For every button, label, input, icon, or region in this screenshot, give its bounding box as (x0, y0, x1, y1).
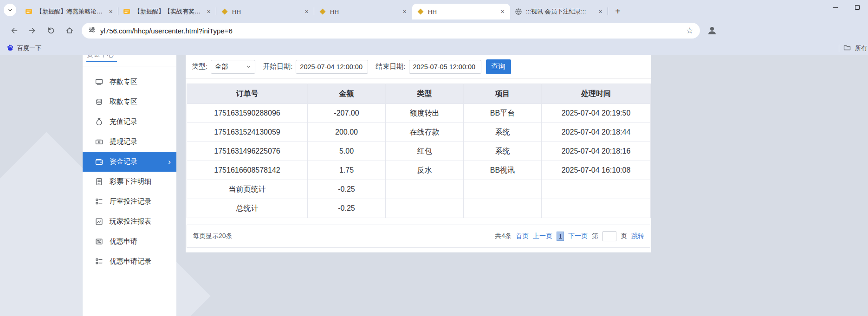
tab-close-icon[interactable]: × (596, 8, 604, 16)
sidebar-item-promo-apply-records[interactable]: 优惠申请记录 (83, 252, 176, 271)
type-label: 类型: (192, 62, 207, 71)
browser-tab[interactable]: 【新提醒】海燕策略论坛... × (20, 4, 118, 19)
per-page-label: 每页显示20条 (193, 232, 233, 240)
profile-icon (706, 25, 718, 36)
jump-prefix-label: 第 (592, 232, 598, 240)
browser-tab[interactable]: 【新提醒】【实战有奖】... × (118, 4, 216, 19)
new-tab-button[interactable]: + (611, 4, 625, 18)
tab-title: HH (232, 8, 299, 15)
back-button[interactable] (6, 23, 22, 39)
all-bookmarks-label[interactable]: 所有 (855, 44, 867, 52)
home-button[interactable] (62, 23, 78, 39)
tab-search-button[interactable] (4, 4, 16, 16)
current-page-indicator[interactable]: 1 (557, 232, 564, 241)
cell-empty (386, 180, 464, 199)
end-date-input[interactable] (409, 60, 481, 74)
bookmarks-overflow: 所有 (839, 42, 867, 55)
cell-item: 系统 (464, 142, 542, 161)
jump-link[interactable]: 跳转 (631, 232, 644, 240)
jump-suffix-label: 页 (621, 232, 627, 240)
tab-title: 【新提醒】海燕策略论坛... (36, 7, 103, 16)
browser-toolbar: yl756.com/hhcp/usercenter.html?iniType=6… (0, 19, 868, 42)
sidebar-item-hall-bet-records[interactable]: 厅室投注记录 (83, 192, 176, 212)
deposit-card-icon (95, 78, 103, 86)
discount-icon (95, 238, 103, 245)
sidebar-item-label: 取款专区 (110, 97, 137, 106)
maximize-icon (855, 5, 860, 10)
pagination-controls: 共4条 首页 上一页 1 下一页 第 页 跳转 (495, 231, 644, 241)
minimize-button[interactable] (824, 0, 846, 15)
web-page: 资金中心 存款专区 取款专区 充值记录 提现记录 (0, 55, 868, 316)
sidebar-item-withdraw-zone[interactable]: 取款专区 (83, 92, 176, 112)
cell-type: 额度转出 (386, 104, 464, 123)
browser-tab-active[interactable]: HH × (412, 4, 510, 19)
cell-amount: -207.00 (308, 104, 386, 123)
cell-order-no: 1751616608578142 (187, 161, 308, 180)
cell-amount: 5.00 (308, 142, 386, 161)
refresh-button[interactable] (43, 23, 59, 39)
start-date-label: 开始日期: (263, 62, 292, 71)
tab-close-icon[interactable]: × (499, 8, 506, 16)
tab-title: HH (330, 8, 397, 15)
address-bar[interactable]: yl756.com/hhcp/usercenter.html?iniType=6… (82, 23, 700, 39)
tab-close-icon[interactable]: × (401, 8, 408, 16)
type-select[interactable]: 全部 (211, 60, 255, 74)
gold-diamond-icon (221, 8, 228, 15)
cell-time: 2025-07-04 16:10:08 (542, 161, 651, 180)
start-date-input[interactable] (296, 60, 368, 74)
browser-chrome: 【新提醒】海燕策略论坛... × 【新提醒】【实战有奖】... × HH × (0, 0, 868, 55)
cell-label: 总统计 (187, 199, 308, 218)
document-icon (95, 178, 103, 186)
sidebar-item-withdrawal-records[interactable]: 提现记录 (83, 132, 176, 152)
type-select-value: 全部 (215, 63, 228, 71)
sidebar-item-lottery-bet-details[interactable]: 彩票下注明细 (83, 172, 176, 192)
browser-tab[interactable]: HH × (314, 4, 412, 19)
sidebar-header-label: 资金中心 (86, 55, 114, 59)
cell-amount: 1.75 (308, 161, 386, 180)
col-header-amount: 金额 (308, 84, 386, 104)
profile-button[interactable] (706, 25, 718, 36)
sidebar-header: 资金中心 (83, 55, 176, 66)
funds-records-table: 订单号 金额 类型 项目 处理时间 1751631590288096 -207.… (187, 84, 651, 218)
cell-item: 系统 (464, 123, 542, 142)
table-row-total-stats: 总统计 -0.25 (187, 199, 651, 218)
active-tab-underline (86, 61, 117, 62)
sidebar-item-recharge-records[interactable]: 充值记录 (83, 112, 176, 132)
sidebar-item-label: 厅室投注记录 (110, 197, 151, 206)
page-jump-input[interactable] (602, 231, 616, 241)
maximize-button[interactable] (846, 0, 868, 15)
browser-tab[interactable]: :::视讯 会员下注纪录::: × (510, 4, 608, 19)
folder-icon[interactable] (843, 44, 851, 53)
cell-time: 2025-07-04 20:18:44 (542, 123, 651, 142)
sidebar-item-funds-records[interactable]: 资金记录 › (83, 152, 176, 172)
tab-strip: 【新提醒】海燕策略论坛... × 【新提醒】【实战有奖】... × HH × (0, 0, 868, 19)
tab-close-icon[interactable]: × (303, 8, 311, 16)
sidebar-item-label: 资金记录 (110, 157, 137, 166)
cell-amount: -0.25 (308, 180, 386, 199)
tab-close-icon[interactable]: × (205, 8, 213, 16)
search-button[interactable]: 查询 (486, 59, 511, 74)
bookmarks-bar: 百度一下 所有 (0, 42, 868, 55)
end-date-label: 结束日期: (376, 62, 405, 71)
first-page-link[interactable]: 首页 (516, 232, 529, 240)
tune-icon[interactable] (88, 26, 96, 35)
total-count-label: 共4条 (495, 232, 512, 240)
bookmark-star-icon[interactable]: ☆ (686, 26, 693, 36)
sidebar: 资金中心 存款专区 取款专区 充值记录 提现记录 (83, 55, 176, 316)
next-page-link[interactable]: 下一页 (568, 232, 588, 240)
browser-tab[interactable]: HH × (216, 4, 314, 19)
filter-bar: 类型: 全部 开始日期: 结束日期: 查询 (186, 55, 651, 79)
table-row: 1751631524130059 200.00 在线存款 系统 2025-07-… (187, 123, 651, 142)
bookmark-baidu[interactable]: 百度一下 (6, 44, 41, 53)
pagination-bar: 每页显示20条 共4条 首页 上一页 1 下一页 第 页 跳转 (187, 225, 650, 248)
refresh-icon (47, 26, 55, 35)
tab-close-icon[interactable]: × (107, 8, 115, 16)
prev-page-link[interactable]: 上一页 (533, 232, 552, 240)
sidebar-item-promo-apply[interactable]: 优惠申请 (83, 232, 176, 252)
tab-title: 【新提醒】【实战有奖】... (134, 7, 201, 16)
forward-button[interactable] (25, 23, 40, 39)
home-icon (65, 26, 74, 35)
url-text[interactable]: yl756.com/hhcp/usercenter.html?iniType=6 (100, 27, 233, 35)
sidebar-item-deposit-zone[interactable]: 存款专区 (83, 72, 176, 92)
sidebar-item-player-bet-reports[interactable]: 玩家投注报表 (83, 212, 176, 232)
